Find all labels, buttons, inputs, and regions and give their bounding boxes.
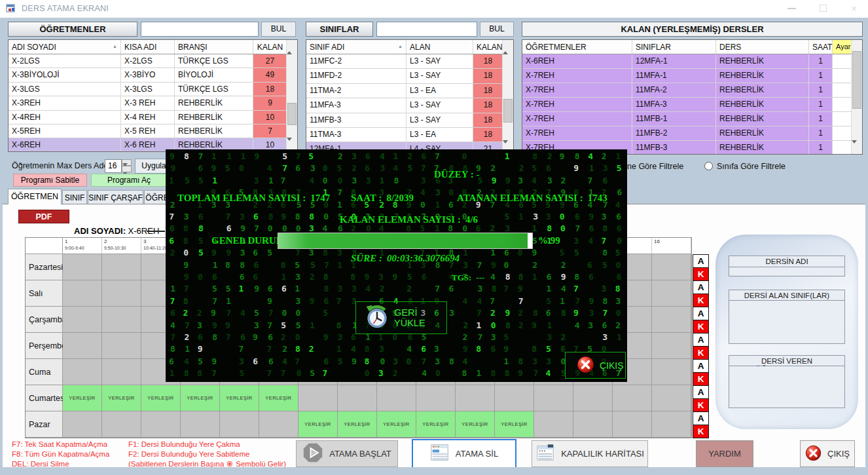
schedule-cell[interactable] [63, 254, 102, 280]
column-header[interactable]: KALAN [473, 40, 503, 54]
schedule-cell[interactable] [534, 411, 573, 438]
schedule-cell[interactable] [573, 385, 613, 411]
day-open-cell[interactable]: A [693, 385, 709, 399]
yerlesir-cell[interactable]: YERLEŞİR [102, 385, 141, 411]
filter-by-teacher-radio-label[interactable]: ne Göre Filtrele [627, 162, 683, 171]
ayar-cell[interactable] [833, 126, 852, 140]
scrollbar-thumb[interactable] [503, 99, 513, 123]
day-open-cell[interactable]: A [693, 254, 709, 268]
restore-button[interactable]: GERİ YÜKLE [355, 301, 447, 334]
minimize-button[interactable] [780, 0, 803, 17]
day-closed-cell[interactable]: K [693, 372, 709, 386]
tab-ogretmen[interactable]: ÖĞRETMEN [8, 189, 62, 204]
yerlesir-cell[interactable]: YERLEŞİR [220, 385, 259, 411]
day-closed-cell[interactable]: K [693, 425, 709, 438]
schedule-cell[interactable] [456, 385, 495, 411]
schedule-cell[interactable] [613, 411, 652, 438]
table-row[interactable]: X-3LGSX-3LGSTÜRKÇE LGS18 [9, 83, 297, 96]
day-open-cell[interactable]: A [693, 333, 709, 347]
teachers-table-scrollbar[interactable] [286, 40, 297, 151]
schedule-cell[interactable] [63, 307, 102, 333]
classes-table-scrollbar[interactable] [502, 40, 513, 154]
day-closed-cell[interactable]: K [693, 320, 709, 333]
classes-search-input[interactable] [376, 22, 477, 37]
day-open-cell[interactable]: A [693, 280, 709, 294]
yerlesir-cell[interactable]: YERLEŞİR [377, 411, 416, 438]
day-open-cell[interactable]: A [693, 411, 709, 425]
classes-panel-header[interactable]: SINIFLAR [306, 22, 373, 37]
column-header[interactable]: ADI SOYADI▲ [9, 40, 121, 54]
schedule-cell[interactable] [652, 254, 691, 280]
schedule-cell[interactable] [63, 280, 102, 307]
column-header[interactable]: SAAT [809, 40, 833, 54]
column-header[interactable]: Ayar [833, 40, 852, 54]
teachers-find-button[interactable]: BUL [261, 22, 296, 37]
max-lessons-value[interactable]: 16 [105, 159, 122, 173]
schedule-cell[interactable] [652, 411, 691, 438]
table-row[interactable]: X-7REH11MFB-2REHBERLİK1 [522, 126, 862, 141]
tab-sinif-carsaf[interactable]: SINIF ÇARŞAF [88, 190, 143, 204]
table-row[interactable]: X-3BİYOLOJİX-3BİYOBİYOLOJİ49 [9, 68, 297, 82]
classes-find-button[interactable]: BUL [480, 22, 514, 37]
ayar-cell[interactable] [833, 141, 852, 155]
yerlesir-cell[interactable]: YERLEŞİR [416, 411, 456, 438]
column-header[interactable]: DERS [716, 40, 809, 54]
yerlesir-cell[interactable]: YERLEŞİR [338, 411, 377, 438]
filter-by-class-radio-label[interactable]: Sınıfa Göre Filtrele [717, 162, 786, 171]
schedule-cell[interactable] [652, 385, 691, 411]
table-row[interactable]: 11MFA-3L3 - SAY18 [306, 98, 513, 113]
column-header[interactable]: SINIFLAR [632, 40, 716, 54]
scrollbar-thumb[interactable] [852, 51, 861, 109]
ayar-cell[interactable] [833, 112, 852, 126]
table-row[interactable]: 11TMA-3L3 - EA18 [306, 128, 513, 142]
delete-assignment-button[interactable]: ATAMA SİL [412, 439, 516, 468]
schedule-cell[interactable] [298, 385, 338, 411]
schedule-cell[interactable] [220, 411, 259, 438]
yerlesir-cell[interactable]: YERLEŞİR [495, 411, 534, 438]
close-button[interactable]: × [843, 0, 865, 17]
open-program-button[interactable]: Programı Aç [91, 174, 167, 187]
schedule-cell[interactable] [102, 359, 141, 385]
table-row[interactable]: X-7REH11MFA-2REHBERLİK1 [522, 83, 862, 98]
column-header[interactable]: SINIF ADI▲ [306, 40, 407, 54]
start-assignment-button[interactable]: ATAMA BAŞLAT [296, 440, 398, 467]
scroll-up-icon[interactable] [287, 40, 297, 50]
day-open-cell[interactable]: A [693, 359, 709, 373]
schedule-cell[interactable] [141, 411, 181, 438]
column-header[interactable]: ÖĞRETMENLER [522, 40, 632, 54]
table-row[interactable]: 11MFC-2L3 - SAY18 [306, 54, 513, 69]
table-row[interactable]: 11TMA-2L3 - EA18 [306, 84, 513, 98]
table-row[interactable]: X-7REH11MFB-1REHBERLİK1 [522, 112, 862, 126]
max-lessons-stepper[interactable] [122, 159, 132, 173]
scrollbar-thumb[interactable] [287, 103, 297, 125]
day-open-cell[interactable]: A [693, 307, 709, 320]
schedule-cell[interactable] [652, 333, 691, 359]
yerlesir-cell[interactable]: YERLEŞİR [298, 411, 338, 438]
table-row[interactable]: X-6REH12MFA-1REHBERLİK1 [522, 54, 862, 69]
schedule-cell[interactable] [534, 385, 573, 411]
yerlesir-cell[interactable]: YERLEŞİR [259, 385, 298, 411]
schedule-cell[interactable] [416, 385, 456, 411]
closure-map-button[interactable]: KAPALILIK HARİTASI [532, 440, 648, 467]
maximize-button[interactable] [812, 0, 834, 17]
table-row[interactable]: X-3REHX-3 REHREHBERLİK9 [9, 96, 297, 110]
filter-by-class-radio[interactable] [704, 162, 713, 170]
schedule-cell[interactable] [573, 411, 613, 438]
fix-program-button[interactable]: Programı Sabitle [13, 174, 87, 187]
schedule-cell[interactable] [102, 307, 141, 333]
ayar-cell[interactable] [833, 54, 852, 68]
yerlesir-cell[interactable]: YERLEŞİR [181, 385, 220, 411]
yerlesir-cell[interactable]: YERLEŞİR [456, 411, 495, 438]
ayar-cell[interactable] [833, 69, 852, 83]
table-row[interactable]: X-7REH11MFA-3REHBERLİK1 [522, 98, 862, 112]
schedule-cell[interactable] [495, 385, 534, 411]
exit-button[interactable]: ÇIKIŞ [800, 440, 855, 467]
schedule-cell[interactable] [102, 280, 141, 307]
schedule-cell[interactable] [338, 385, 377, 411]
stepper-down-icon[interactable] [122, 166, 132, 172]
schedule-cell[interactable] [63, 359, 102, 385]
schedule-cell[interactable] [652, 359, 691, 385]
table-row[interactable]: 11MFB-3L3 - SAY18 [306, 113, 513, 128]
schedule-cell[interactable] [652, 307, 691, 333]
table-row[interactable]: X-4REHX-4 REHREHBERLİK10 [9, 111, 297, 124]
